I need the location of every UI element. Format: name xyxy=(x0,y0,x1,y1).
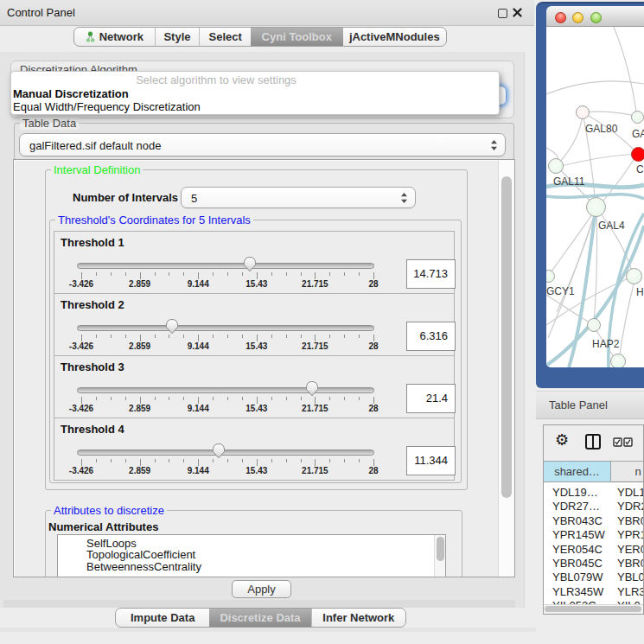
tab-discretize-data[interactable]: Discretize Data xyxy=(209,609,310,627)
select-columns-icon[interactable] xyxy=(613,437,633,447)
slider-axis-labels: -3.4262.8599.14415.4321.71528 xyxy=(81,404,373,414)
attributes-list-scrollbar-thumb[interactable] xyxy=(437,537,444,561)
table-row[interactable]: YDL19…YDL1 xyxy=(544,482,644,496)
tab-jactivemnodules[interactable]: jActiveMNodules xyxy=(343,28,446,46)
numerical-attributes-label: Numerical Attributes xyxy=(48,520,158,533)
table-panel-titlebar: Table Panel xyxy=(536,391,644,419)
table-row[interactable]: YBR043CYBR0 xyxy=(544,511,644,525)
minimize-traffic-light[interactable] xyxy=(572,12,583,23)
tab-infer-network[interactable]: Infer Network xyxy=(311,609,405,627)
slider-ticks xyxy=(81,397,373,404)
bottom-tabstrip: Impute Data Discretize Data Infer Networ… xyxy=(115,608,406,628)
num-intervals-combo[interactable]: 5 xyxy=(181,187,416,208)
network-node[interactable] xyxy=(546,270,555,283)
interval-definition-group: Interval Definition Number of Intervals … xyxy=(45,169,468,490)
node-label: C xyxy=(636,163,644,175)
tab-network-label: Network xyxy=(99,30,143,43)
table-rows: YDL19…YDL1YDR27…YDR2YBR043CYBR0YPR145WYP… xyxy=(544,482,644,604)
zoom-traffic-light[interactable] xyxy=(590,12,602,23)
node-label: GCY1 xyxy=(546,285,575,297)
tab-select[interactable]: Select xyxy=(199,28,251,46)
table-header: shared… n xyxy=(544,461,644,482)
table-data-combo[interactable]: galFiltered.sif default node xyxy=(19,133,506,156)
slider-track[interactable] xyxy=(77,263,374,269)
float-window-icon[interactable] xyxy=(498,9,507,18)
threshold-value-field[interactable]: 21.4 xyxy=(406,384,456,413)
slider-track[interactable] xyxy=(77,325,374,331)
table-row[interactable]: YBR045CYBR0 xyxy=(544,553,644,567)
node-label: H xyxy=(636,286,644,298)
threshold-panel-4: Threshold 4 -3.4262.8599.14415.4321.7152… xyxy=(54,418,455,481)
settings-scrollbar-thumb[interactable] xyxy=(501,176,512,498)
node-label: HAP2 xyxy=(592,338,619,350)
attributes-list-scrollbar[interactable] xyxy=(434,535,445,577)
network-node[interactable] xyxy=(610,354,626,367)
network-window-titlebar[interactable] xyxy=(546,6,644,27)
attributes-group-title: Attributes to discretize xyxy=(51,504,167,517)
threshold-value-field[interactable]: 14.713 xyxy=(406,259,456,289)
slider-thumb[interactable] xyxy=(305,380,319,397)
dropdown-item-manual[interactable]: Manual Discretization xyxy=(13,87,129,100)
table-hscrollbar[interactable] xyxy=(544,604,644,613)
close-icon[interactable] xyxy=(513,8,522,17)
table-row[interactable]: YIL053CYIL0 xyxy=(544,596,644,604)
network-node[interactable] xyxy=(576,105,590,119)
network-icon xyxy=(86,31,95,43)
table-row[interactable]: YBL079WYBL0 xyxy=(544,567,644,581)
tab-network[interactable]: Network xyxy=(74,28,155,46)
table-row[interactable]: YLR345WYLR3 xyxy=(544,582,644,596)
control-panel-titlebar: Control Panel xyxy=(0,0,534,26)
thresholds-group-title: Threshold's Coordinates for 5 Intervals xyxy=(55,214,253,226)
slider-axis-labels: -3.4262.8599.14415.4321.71528 xyxy=(81,279,373,290)
network-node[interactable] xyxy=(631,111,644,124)
slider-thumb[interactable] xyxy=(243,256,257,272)
node-label: GA xyxy=(632,128,644,140)
slider-axis-labels: -3.4262.8599.14415.4321.71528 xyxy=(81,341,373,352)
node-label: GAL80 xyxy=(585,123,617,135)
column-header-name[interactable]: n xyxy=(611,461,644,482)
slider-track[interactable] xyxy=(77,450,374,456)
network-node[interactable] xyxy=(548,158,564,174)
network-canvas[interactable]: GAL80GACGAL11GAL4GCY1HHAP2 xyxy=(546,27,644,367)
attribute-item[interactable]: BetweennessCentrality xyxy=(58,561,445,572)
close-traffic-light[interactable] xyxy=(555,12,566,23)
gear-icon[interactable]: ⚙ xyxy=(555,432,569,448)
columns-icon[interactable] xyxy=(584,433,602,450)
attribute-item[interactable]: TopologicalCoefficient xyxy=(58,549,445,560)
slider-ticks xyxy=(81,335,373,341)
column-header-shared-name[interactable]: shared… xyxy=(544,461,611,482)
slider-thumb[interactable] xyxy=(165,318,179,335)
slider-thumb[interactable] xyxy=(212,443,226,459)
threshold-value-field[interactable]: 6.316 xyxy=(406,322,456,351)
apply-button[interactable]: Apply xyxy=(232,580,291,598)
network-node[interactable] xyxy=(587,318,601,332)
dropdown-placeholder[interactable]: Select algorithm to view settings xyxy=(11,73,421,86)
settings-scrollbar[interactable] xyxy=(498,160,514,577)
top-tabstrip: Network Style Select Cyni Toolbox jActiv… xyxy=(73,27,447,47)
tab-style[interactable]: Style xyxy=(155,28,200,46)
threshold-label: Threshold 2 xyxy=(61,298,124,311)
network-node[interactable] xyxy=(631,147,644,162)
attribute-item[interactable]: SelfLoops xyxy=(58,538,445,549)
threshold-value-field[interactable]: 11.344 xyxy=(406,446,456,475)
num-intervals-label: Number of Intervals xyxy=(73,191,178,204)
threshold-panel-1: Threshold 1 -3.4262.8599.14415.4321.7152… xyxy=(54,231,455,294)
table-data-group: Table Data galFiltered.sif default node xyxy=(14,123,514,160)
dropdown-item-equal-width[interactable]: Equal Width/Frequency Discretization xyxy=(13,100,201,113)
algorithm-dropdown: Select algorithm to view settings Manual… xyxy=(10,71,500,115)
attributes-group: Attributes to discretize Numerical Attri… xyxy=(45,510,462,577)
threshold-panel-3: Threshold 3 -3.4262.8599.14415.4321.7152… xyxy=(54,355,455,418)
table-row[interactable]: YPR145WYPR1 xyxy=(544,525,644,539)
slider-track[interactable] xyxy=(77,387,374,393)
settings-scroll-pane: Interval Definition Number of Intervals … xyxy=(13,159,515,577)
thresholds-group: Threshold's Coordinates for 5 Intervals … xyxy=(49,220,462,483)
numerical-attributes-list[interactable]: SelfLoopsTopologicalCoefficientBetweenne… xyxy=(57,534,446,577)
table-hscrollbar-thumb[interactable] xyxy=(545,606,641,612)
network-node[interactable] xyxy=(626,268,642,284)
table-row[interactable]: YDR27…YDR2 xyxy=(544,496,644,510)
tab-impute-data[interactable]: Impute Data xyxy=(116,609,209,627)
network-node[interactable] xyxy=(586,197,606,217)
combo-spinner-icon xyxy=(490,139,498,151)
tab-cyni-toolbox[interactable]: Cyni Toolbox xyxy=(251,28,343,46)
table-row[interactable]: YER054CYER0 xyxy=(544,539,644,553)
